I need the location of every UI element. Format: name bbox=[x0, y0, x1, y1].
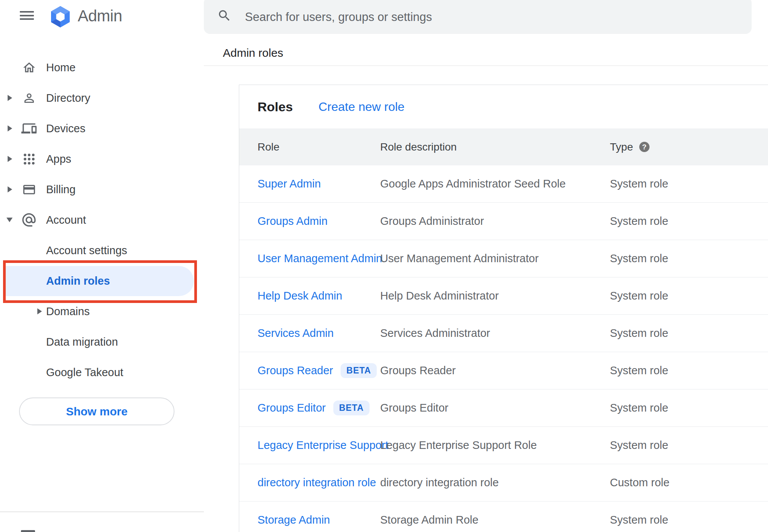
sidebar-item-billing[interactable]: Billing bbox=[0, 174, 204, 205]
role-type-cell: System role bbox=[610, 514, 768, 526]
sidebar-item-label: Account settings bbox=[46, 244, 127, 257]
sidebar-item-label: Home bbox=[46, 61, 75, 74]
search-icon bbox=[217, 8, 232, 24]
column-header-type-label: Type bbox=[610, 141, 633, 153]
role-link[interactable]: Super Admin bbox=[258, 178, 321, 190]
sidebar-item-domains[interactable]: Domains bbox=[0, 296, 204, 327]
role-type-cell: System role bbox=[610, 402, 768, 414]
sidebar-item-label: Account bbox=[46, 214, 86, 226]
person-icon bbox=[21, 90, 37, 106]
table-row: Groups Editor BETA Groups Editor System … bbox=[239, 389, 768, 427]
role-link[interactable]: Groups Editor bbox=[258, 402, 326, 414]
expand-arrow-icon[interactable] bbox=[8, 186, 12, 192]
sidebar-item-data-migration[interactable]: Data migration bbox=[0, 327, 204, 357]
sidebar-item-directory[interactable]: Directory bbox=[0, 83, 204, 113]
role-description-cell: Groups Reader bbox=[380, 364, 610, 377]
sidebar-item-label: Billing bbox=[46, 183, 75, 196]
roles-panel: Roles Create new role Role Role descript… bbox=[239, 85, 768, 532]
role-type-cell: System role bbox=[610, 327, 768, 340]
expand-arrow-icon[interactable] bbox=[8, 156, 12, 162]
sidebar-item-label: Admin roles bbox=[46, 275, 110, 287]
role-type-cell: System role bbox=[610, 290, 768, 302]
sidebar-item-label: Domains bbox=[46, 305, 90, 318]
sidebar-item-label: Data migration bbox=[46, 336, 118, 348]
role-name-cell: Help Desk Admin bbox=[239, 290, 380, 302]
role-type-cell: System role bbox=[610, 252, 768, 265]
table-row: Groups Admin Groups Administrator System… bbox=[239, 203, 768, 240]
sidebar-item-label: Devices bbox=[46, 122, 85, 135]
role-type-cell: System role bbox=[610, 364, 768, 377]
role-link[interactable]: Help Desk Admin bbox=[258, 290, 342, 302]
role-name-cell: Legacy Enterprise Support bbox=[239, 439, 380, 452]
role-link[interactable]: Legacy Enterprise Support bbox=[258, 439, 388, 452]
roles-panel-header: Roles Create new role bbox=[239, 85, 768, 128]
sidebar-item-google-takeout[interactable]: Google Takeout bbox=[0, 357, 204, 388]
column-header-role: Role bbox=[239, 141, 380, 153]
collapse-arrow-icon[interactable] bbox=[6, 218, 13, 222]
beta-badge: BETA bbox=[333, 401, 370, 415]
breadcrumb: Admin roles bbox=[223, 46, 283, 59]
sidebar-item-label: Apps bbox=[46, 153, 71, 165]
question-mark-help-icon[interactable]: ? bbox=[639, 142, 650, 152]
sidebar-item-admin-roles[interactable]: Admin roles bbox=[0, 266, 204, 296]
table-row: User Management Admin User Management Ad… bbox=[239, 240, 768, 277]
role-type-cell: Custom role bbox=[610, 476, 768, 489]
role-type-cell: System role bbox=[610, 178, 768, 190]
role-link[interactable]: Groups Reader bbox=[258, 364, 333, 377]
sidebar-item-label: Google Takeout bbox=[46, 366, 123, 379]
expand-arrow-icon[interactable] bbox=[8, 125, 12, 131]
show-more-button[interactable]: Show more bbox=[19, 397, 174, 425]
column-header-type: Type ? bbox=[610, 141, 768, 153]
expand-arrow-icon[interactable] bbox=[37, 308, 42, 314]
role-description-cell: Groups Editor bbox=[380, 402, 610, 414]
home-icon bbox=[21, 59, 37, 76]
role-description-cell: User Management Administrator bbox=[380, 252, 610, 265]
hamburger-menu-icon[interactable] bbox=[20, 11, 34, 21]
role-description-cell: Legacy Enterprise Support Role bbox=[380, 439, 610, 452]
role-link[interactable]: User Management Admin bbox=[258, 252, 382, 265]
role-name-cell: User Management Admin bbox=[239, 252, 380, 265]
google-admin-hexagon-logo bbox=[48, 5, 72, 30]
sidebar-item-devices[interactable]: Devices bbox=[0, 113, 204, 144]
google-admin-console: { "brand": { "title": "Admin", "menu_ico… bbox=[0, 0, 768, 532]
cut-off-icon bbox=[21, 530, 35, 532]
role-name-cell: Services Admin bbox=[239, 327, 380, 340]
apps-grid-icon bbox=[21, 151, 37, 167]
search-input[interactable] bbox=[245, 8, 702, 27]
role-link[interactable]: directory integration role bbox=[258, 476, 376, 489]
create-new-role-link[interactable]: Create new role bbox=[318, 100, 405, 114]
table-row: Services Admin Services Administrator Sy… bbox=[239, 315, 768, 352]
expand-arrow-icon[interactable] bbox=[8, 95, 12, 101]
sidebar-item-account[interactable]: Account bbox=[0, 205, 204, 235]
role-type-cell: System role bbox=[610, 439, 768, 452]
column-header-description: Role description bbox=[380, 141, 610, 153]
table-row: Storage Admin Storage Admin Role System … bbox=[239, 502, 768, 532]
brand-title: Admin bbox=[78, 7, 122, 25]
role-description-cell: directory integration role bbox=[380, 476, 610, 489]
table-row: Help Desk Admin Help Desk Administrator … bbox=[239, 277, 768, 315]
role-description-cell: Google Apps Administrator Seed Role bbox=[380, 178, 610, 190]
header-divider bbox=[204, 66, 768, 66]
role-name-cell: Storage Admin bbox=[239, 514, 380, 526]
devices-icon bbox=[21, 120, 37, 137]
table-row: Legacy Enterprise Support Legacy Enterpr… bbox=[239, 427, 768, 464]
role-name-cell: Super Admin bbox=[239, 178, 380, 190]
role-name-cell: Groups Admin bbox=[239, 215, 380, 228]
table-header-row: Role Role description Type ? bbox=[239, 128, 768, 165]
beta-badge: BETA bbox=[341, 363, 377, 378]
sidebar-item-home[interactable]: Home bbox=[0, 52, 204, 83]
panel-title: Roles bbox=[258, 99, 293, 114]
role-link[interactable]: Storage Admin bbox=[258, 514, 330, 526]
role-link[interactable]: Services Admin bbox=[258, 327, 334, 340]
role-name-cell: directory integration role bbox=[239, 476, 380, 489]
search-bar[interactable] bbox=[204, 0, 752, 34]
sidebar-item-account-settings[interactable]: Account settings bbox=[0, 235, 204, 266]
role-type-cell: System role bbox=[610, 215, 768, 228]
table-row: Super Admin Google Apps Administrator Se… bbox=[239, 165, 768, 203]
table-row: Groups Reader BETA Groups Reader System … bbox=[239, 352, 768, 389]
sidebar-item-apps[interactable]: Apps bbox=[0, 144, 204, 174]
role-description-cell: Storage Admin Role bbox=[380, 514, 610, 526]
role-description-cell: Services Administrator bbox=[380, 327, 610, 340]
role-link[interactable]: Groups Admin bbox=[258, 215, 328, 228]
roles-table-body: Super Admin Google Apps Administrator Se… bbox=[239, 165, 768, 532]
